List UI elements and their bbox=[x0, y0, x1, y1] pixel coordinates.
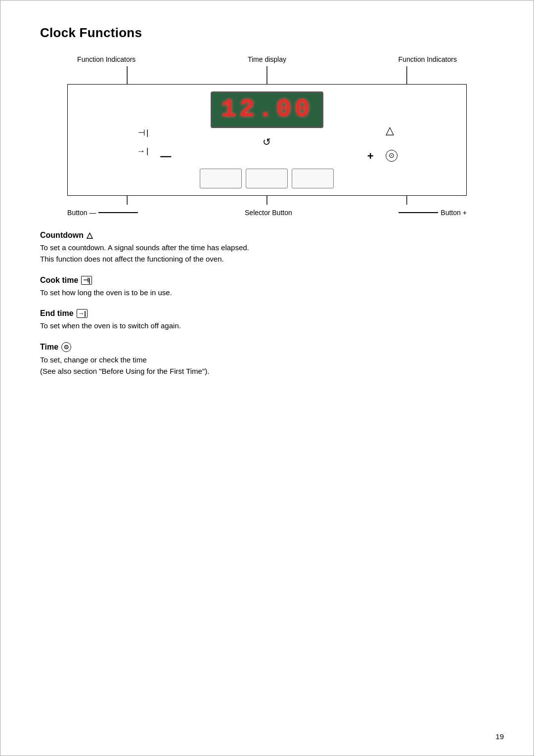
panel-right-col: △ ⊙ bbox=[379, 85, 466, 195]
line-left bbox=[98, 212, 138, 213]
heading-countdown: Countdown △ bbox=[40, 230, 494, 240]
section-countdown: Countdown △ To set a countdown. A signal… bbox=[40, 230, 494, 265]
heading-time: Time ⊙ bbox=[40, 342, 494, 352]
heading-cook-time: Cook time ⊣| bbox=[40, 276, 494, 285]
panel-center-col: 12.00 ↺ — + bbox=[155, 85, 378, 195]
indicator-countdown: △ bbox=[386, 121, 394, 140]
selector-button[interactable] bbox=[246, 169, 288, 188]
end-time-icon: →| bbox=[77, 309, 88, 318]
heading-end-time-text: End time bbox=[40, 309, 74, 318]
diagram-area: Function Indicators Time display Functio… bbox=[40, 55, 494, 217]
indicator-time: ⊙ bbox=[386, 144, 398, 164]
heading-cook-time-text: Cook time bbox=[40, 276, 78, 285]
diagram-top-labels: Function Indicators Time display Functio… bbox=[67, 55, 467, 66]
section-end-time: End time →| To set when the oven is to s… bbox=[40, 309, 494, 331]
time-icon: ⊙ bbox=[61, 342, 71, 352]
heading-countdown-text: Countdown bbox=[40, 231, 84, 240]
minus-label: — bbox=[160, 150, 171, 163]
minus-button[interactable] bbox=[200, 169, 242, 188]
countdown-desc-line1: To set a countdown. A signal sounds afte… bbox=[40, 242, 494, 253]
label-button-plus: Button + bbox=[399, 209, 467, 217]
label-button-minus: Button — bbox=[67, 209, 138, 217]
page-number: 19 bbox=[495, 732, 504, 741]
led-display: 12.00 bbox=[211, 91, 323, 128]
cook-time-icon: ⊣| bbox=[81, 276, 92, 285]
indicator-end-time: →| bbox=[137, 144, 148, 159]
heading-time-text: Time bbox=[40, 343, 58, 352]
section-time: Time ⊙ To set, change or check the time … bbox=[40, 342, 494, 377]
selector-icon: ↺ bbox=[263, 136, 271, 148]
panel-content-row: ⊣| →| 12.00 ↺ — + bbox=[67, 85, 467, 195]
time-desc-line1: To set, change or check the time bbox=[40, 354, 494, 365]
descriptions: Countdown △ To set a countdown. A signal… bbox=[40, 230, 494, 377]
indicator-cook-time: ⊣| bbox=[138, 126, 148, 141]
connector-lines-top bbox=[67, 66, 467, 84]
line-right bbox=[399, 212, 438, 213]
plus-label: + bbox=[367, 150, 374, 163]
label-function-indicators-left: Function Indicators bbox=[77, 55, 135, 63]
bell-icon: △ bbox=[87, 230, 92, 240]
led-time-value: 12.00 bbox=[221, 95, 313, 124]
label-selector-button: Selector Button bbox=[138, 209, 399, 217]
plus-button[interactable] bbox=[292, 169, 334, 188]
time-desc-line2: (See also section "Before Using for the … bbox=[40, 365, 494, 377]
label-time-display: Time display bbox=[248, 55, 286, 63]
page-title: Clock Functions bbox=[40, 25, 494, 41]
diagram-bottom-labels: Button — Selector Button Button + bbox=[67, 209, 467, 217]
end-time-desc: To set when the oven is to switch off ag… bbox=[40, 320, 494, 331]
connector-lines-bottom bbox=[67, 196, 467, 205]
buttons-row bbox=[200, 169, 334, 188]
heading-end-time: End time →| bbox=[40, 309, 494, 318]
panel-left-col: ⊣| →| bbox=[68, 85, 155, 195]
label-function-indicators-right: Function Indicators bbox=[399, 55, 457, 63]
countdown-desc-line2: This function does not affect the functi… bbox=[40, 253, 494, 265]
page: Clock Functions Function Indicators Time… bbox=[0, 0, 534, 756]
cook-time-desc: To set how long the oven is to be in use… bbox=[40, 287, 494, 298]
section-cook-time: Cook time ⊣| To set how long the oven is… bbox=[40, 276, 494, 298]
